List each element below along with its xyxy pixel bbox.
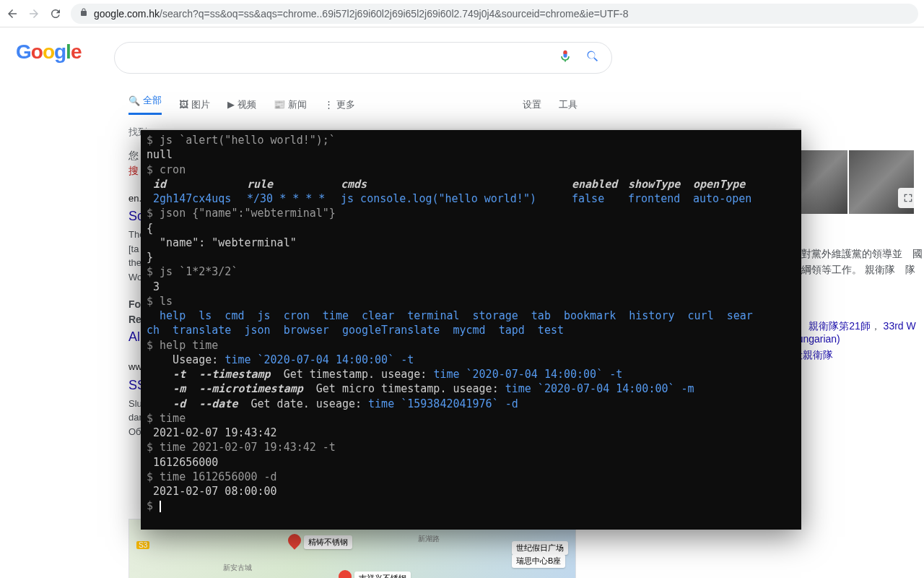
tabs-row: 🔍全部 🖼图片 ▶视频 📰新闻 ⋮更多 设置 工具 <box>128 94 924 115</box>
expand-images-icon[interactable] <box>898 188 918 208</box>
terminal-output: ch translate json browser googleTranslat… <box>147 323 796 337</box>
forward-button[interactable] <box>27 7 40 20</box>
url-text: google.com.hk/search?q=ss&oq=ss&aqs=chro… <box>94 8 629 20</box>
tab-tools[interactable]: 工具 <box>559 98 578 111</box>
map-pin-icon[interactable] <box>288 534 302 553</box>
terminal-line: $ ls <box>147 294 796 309</box>
map-pin-icon[interactable] <box>339 570 353 578</box>
back-button[interactable] <box>6 7 19 20</box>
terminal-output: 3 <box>147 280 796 294</box>
terminal-table-row: 2gh147cx4uqs*/30 * * * *js console.log("… <box>147 191 796 206</box>
terminal-overlay[interactable]: $ js `alert("hello world!");` null $ cro… <box>141 129 801 530</box>
kp-link[interactable]: 親衛隊第21師 <box>808 320 871 332</box>
terminal-line: $ json {"name":"webterminal"} <box>147 206 796 220</box>
page-content: Google 🔍全部 🖼图片 ▶视频 📰新闻 ⋮更多 设置 工具 找到 <box>0 27 924 578</box>
terminal-line: $ time 1612656000 -d <box>147 470 796 484</box>
terminal-output: null <box>147 147 796 162</box>
terminal-output: -d --date Get date. useage: time `159384… <box>147 397 796 411</box>
terminal-output: 2021-02-07 08:00:00 <box>147 484 796 499</box>
terminal-line: $ help time <box>147 338 796 353</box>
lock-icon <box>79 8 88 19</box>
terminal-output: 1612656000 <box>147 455 796 470</box>
tab-settings[interactable]: 设置 <box>523 98 541 111</box>
terminal-table-header: idrulecmdsenabledshowTypeopenType <box>147 177 796 191</box>
map-pin-label: 精铸不锈钢 <box>304 535 352 549</box>
terminal-line: $ cron <box>147 163 796 177</box>
kp-link[interactable]: 33rd W <box>884 320 916 332</box>
tab-more[interactable]: ⋮更多 <box>324 98 355 111</box>
terminal-line: $ time <box>147 411 796 426</box>
tab-images[interactable]: 🖼图片 <box>179 98 210 111</box>
search-input[interactable] <box>126 51 558 64</box>
terminal-line: $ js `1*2*3/2` <box>147 264 796 279</box>
url-bar[interactable]: google.com.hk/search?q=ss&oq=ss&aqs=chro… <box>71 4 918 24</box>
tab-news[interactable]: 📰新闻 <box>274 98 307 111</box>
terminal-output: -t --timestamp Get timestamp. useage: ti… <box>147 367 796 381</box>
map-road-label: 新安古城 <box>223 563 252 573</box>
browser-toolbar: google.com.hk/search?q=ss&oq=ss&aqs=chro… <box>0 0 924 27</box>
terminal-line: $ js `alert("hello world!");` <box>147 133 796 147</box>
terminal-output: -m --microtimestamp Get micro timestamp.… <box>147 381 796 396</box>
map-road-label: 新湖路 <box>418 534 440 544</box>
terminal-output: 2021-02-07 19:43:42 <box>147 426 796 440</box>
terminal-output: "name": "webterminal" <box>147 236 796 250</box>
tab-video[interactable]: ▶视频 <box>227 98 256 111</box>
tab-all[interactable]: 🔍全部 <box>128 94 162 115</box>
reload-button[interactable] <box>49 7 62 20</box>
terminal-line: $ time 2021-02-07 19:43:42 -t <box>147 440 796 454</box>
google-header: Google <box>0 27 924 74</box>
map-road-label: S3 <box>136 541 149 549</box>
terminal-output: { <box>147 221 796 236</box>
terminal-prompt[interactable]: $ <box>147 499 796 513</box>
map-pin-label: 瑞思中心B座 <box>512 554 565 568</box>
search-box[interactable] <box>114 42 612 74</box>
map-pin-label: 世纪假日广场 <box>512 541 568 555</box>
terminal-output: } <box>147 250 796 264</box>
mic-icon[interactable] <box>558 49 572 66</box>
map-pin-label: 吉祥兴不锈钢 <box>354 571 411 578</box>
terminal-output: help ls cmd js cron time clear terminal … <box>147 309 796 323</box>
terminal-output: Useage: time `2020-07-04 14:00:00` -t <box>147 353 796 367</box>
google-logo[interactable]: Google <box>16 40 81 64</box>
search-icon[interactable] <box>585 49 600 67</box>
